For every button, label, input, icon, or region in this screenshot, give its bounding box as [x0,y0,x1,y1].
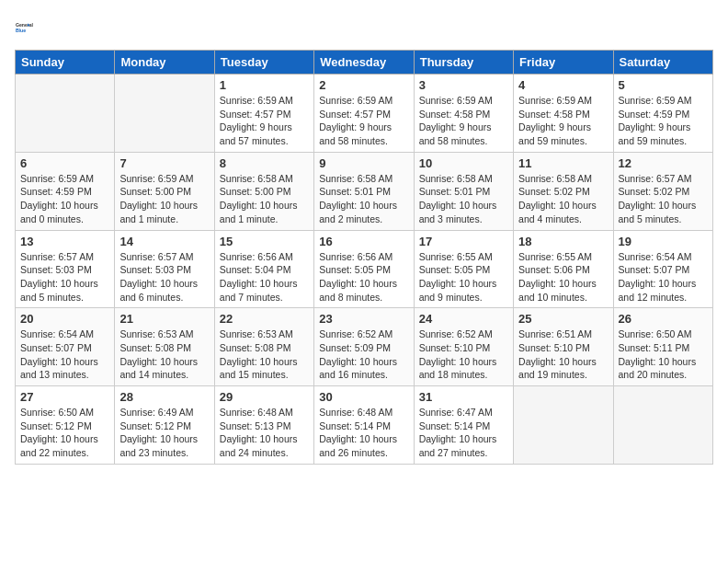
calendar-cell: 24 Sunrise: 6:52 AM Sunset: 5:10 PM Dayl… [414,308,513,386]
calendar-cell: 30 Sunrise: 6:48 AM Sunset: 5:14 PM Dayl… [314,386,414,465]
calendar-cell: 12 Sunrise: 6:57 AM Sunset: 5:02 PM Dayl… [613,152,712,230]
calendar-week-2: 6 Sunrise: 6:59 AM Sunset: 4:59 PM Dayli… [16,152,713,230]
calendar-cell: 19 Sunrise: 6:54 AM Sunset: 5:07 PM Dayl… [613,230,712,308]
calendar-cell: 25 Sunrise: 6:51 AM Sunset: 5:10 PM Dayl… [514,308,613,386]
day-number: 15 [220,235,309,248]
calendar-week-4: 20 Sunrise: 6:54 AM Sunset: 5:07 PM Dayl… [16,308,713,386]
calendar-cell: 7 Sunrise: 6:59 AM Sunset: 5:00 PM Dayli… [115,152,214,230]
day-info: Sunrise: 6:57 AM Sunset: 5:02 PM Dayligh… [619,172,708,226]
calendar-cell: 2 Sunrise: 6:59 AM Sunset: 4:57 PM Dayli… [314,75,414,153]
calendar-cell: 6 Sunrise: 6:59 AM Sunset: 4:59 PM Dayli… [16,152,115,230]
day-info: Sunrise: 6:59 AM Sunset: 4:59 PM Dayligh… [619,94,708,148]
day-number: 22 [220,312,309,326]
day-number: 10 [419,156,508,170]
day-number: 5 [619,78,708,92]
calendar-cell: 23 Sunrise: 6:52 AM Sunset: 5:09 PM Dayl… [314,308,414,386]
day-info: Sunrise: 6:59 AM Sunset: 4:59 PM Dayligh… [20,172,109,226]
calendar-cell [115,75,214,153]
day-number: 9 [319,156,408,170]
day-number: 29 [220,390,309,404]
calendar-cell [16,75,115,153]
day-info: Sunrise: 6:48 AM Sunset: 5:13 PM Dayligh… [220,406,309,460]
day-number: 16 [319,235,408,248]
day-info: Sunrise: 6:50 AM Sunset: 5:12 PM Dayligh… [20,406,109,460]
day-number: 1 [220,78,309,92]
calendar-cell: 29 Sunrise: 6:48 AM Sunset: 5:13 PM Dayl… [214,386,313,465]
day-info: Sunrise: 6:59 AM Sunset: 4:58 PM Dayligh… [518,94,608,148]
calendar-cell: 10 Sunrise: 6:58 AM Sunset: 5:01 PM Dayl… [414,152,513,230]
calendar-cell: 11 Sunrise: 6:58 AM Sunset: 5:02 PM Dayl… [514,152,613,230]
calendar-cell: 3 Sunrise: 6:59 AM Sunset: 4:58 PM Dayli… [414,75,513,153]
day-number: 6 [20,156,109,170]
day-info: Sunrise: 6:51 AM Sunset: 5:10 PM Dayligh… [518,327,608,382]
calendar-cell: 21 Sunrise: 6:53 AM Sunset: 5:08 PM Dayl… [115,308,214,386]
page-header: General Blue [15,15,713,40]
calendar-week-1: 1 Sunrise: 6:59 AM Sunset: 4:57 PM Dayli… [16,75,713,153]
calendar-cell: 31 Sunrise: 6:47 AM Sunset: 5:14 PM Dayl… [414,386,513,465]
day-header-friday: Friday [514,51,613,75]
day-info: Sunrise: 6:53 AM Sunset: 5:08 PM Dayligh… [119,327,209,382]
day-info: Sunrise: 6:59 AM Sunset: 4:58 PM Dayligh… [419,94,508,148]
calendar-table: SundayMondayTuesdayWednesdayThursdayFrid… [15,50,713,465]
day-info: Sunrise: 6:48 AM Sunset: 5:14 PM Dayligh… [319,406,408,460]
day-info: Sunrise: 6:54 AM Sunset: 5:07 PM Dayligh… [619,250,708,304]
calendar-cell: 13 Sunrise: 6:57 AM Sunset: 5:03 PM Dayl… [16,230,115,308]
day-info: Sunrise: 6:52 AM Sunset: 5:09 PM Dayligh… [319,327,408,382]
day-number: 20 [20,312,109,326]
day-number: 4 [518,78,608,92]
calendar-cell: 9 Sunrise: 6:58 AM Sunset: 5:01 PM Dayli… [314,152,414,230]
calendar-cell [613,386,712,465]
day-header-monday: Monday [115,51,214,75]
svg-text:General: General [16,22,34,28]
day-number: 31 [419,390,508,404]
day-number: 19 [619,235,708,248]
day-number: 2 [319,78,408,92]
day-info: Sunrise: 6:58 AM Sunset: 5:01 PM Dayligh… [419,172,508,226]
day-info: Sunrise: 6:49 AM Sunset: 5:12 PM Dayligh… [119,406,209,460]
day-header-wednesday: Wednesday [314,51,414,75]
day-number: 12 [619,156,708,170]
day-info: Sunrise: 6:59 AM Sunset: 5:00 PM Dayligh… [119,172,209,226]
calendar-cell: 15 Sunrise: 6:56 AM Sunset: 5:04 PM Dayl… [214,230,313,308]
day-info: Sunrise: 6:59 AM Sunset: 4:57 PM Dayligh… [319,94,408,148]
day-number: 27 [20,390,109,404]
day-header-tuesday: Tuesday [214,51,313,75]
day-number: 11 [518,156,608,170]
day-info: Sunrise: 6:52 AM Sunset: 5:10 PM Dayligh… [419,327,508,382]
day-number: 8 [220,156,309,170]
logo: General Blue [15,15,44,40]
calendar-cell: 4 Sunrise: 6:59 AM Sunset: 4:58 PM Dayli… [514,75,613,153]
calendar-header-row: SundayMondayTuesdayWednesdayThursdayFrid… [16,51,713,75]
day-number: 7 [119,156,209,170]
svg-text:Blue: Blue [16,28,26,33]
calendar-cell: 8 Sunrise: 6:58 AM Sunset: 5:00 PM Dayli… [214,152,313,230]
day-info: Sunrise: 6:50 AM Sunset: 5:11 PM Dayligh… [619,327,708,382]
day-info: Sunrise: 6:58 AM Sunset: 5:02 PM Dayligh… [518,172,608,226]
day-number: 21 [119,312,209,326]
day-info: Sunrise: 6:53 AM Sunset: 5:08 PM Dayligh… [220,327,309,382]
day-header-saturday: Saturday [613,51,712,75]
calendar-cell: 27 Sunrise: 6:50 AM Sunset: 5:12 PM Dayl… [16,386,115,465]
day-info: Sunrise: 6:57 AM Sunset: 5:03 PM Dayligh… [119,250,209,304]
day-info: Sunrise: 6:47 AM Sunset: 5:14 PM Dayligh… [419,406,508,460]
day-number: 28 [119,390,209,404]
day-header-thursday: Thursday [414,51,513,75]
calendar-cell [514,386,613,465]
day-info: Sunrise: 6:58 AM Sunset: 5:00 PM Dayligh… [220,172,309,226]
day-number: 13 [20,235,109,248]
day-info: Sunrise: 6:55 AM Sunset: 5:05 PM Dayligh… [419,250,508,304]
logo-icon: General Blue [15,15,40,40]
day-info: Sunrise: 6:59 AM Sunset: 4:57 PM Dayligh… [220,94,309,148]
calendar-cell: 17 Sunrise: 6:55 AM Sunset: 5:05 PM Dayl… [414,230,513,308]
day-number: 24 [419,312,508,326]
day-info: Sunrise: 6:54 AM Sunset: 5:07 PM Dayligh… [20,327,109,382]
day-number: 26 [619,312,708,326]
day-number: 17 [419,235,508,248]
calendar-cell: 14 Sunrise: 6:57 AM Sunset: 5:03 PM Dayl… [115,230,214,308]
day-number: 18 [518,235,608,248]
day-number: 14 [119,235,209,248]
calendar-week-5: 27 Sunrise: 6:50 AM Sunset: 5:12 PM Dayl… [16,386,713,465]
calendar-cell: 22 Sunrise: 6:53 AM Sunset: 5:08 PM Dayl… [214,308,313,386]
day-info: Sunrise: 6:56 AM Sunset: 5:04 PM Dayligh… [220,250,309,304]
day-number: 23 [319,312,408,326]
